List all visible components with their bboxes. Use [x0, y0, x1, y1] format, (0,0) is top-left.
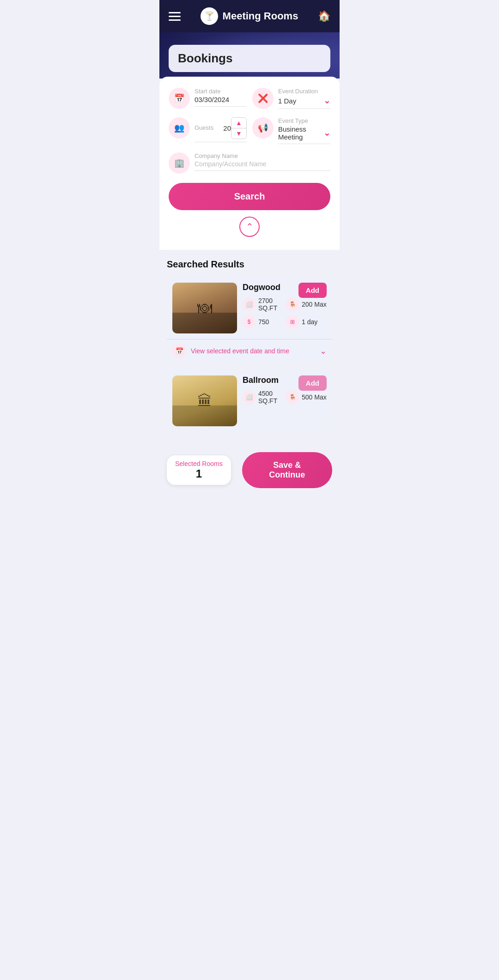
guests-label: Guests [195, 124, 213, 131]
hero-banner: Bookings [159, 32, 340, 79]
start-date-label: Start date [195, 88, 247, 95]
room-sqft-0: ⬜ 2700 SQ.FT [243, 297, 283, 312]
room-specs-1: ⬜ 4500 SQ.FT 🪑 500 Max [243, 390, 327, 405]
booking-form: 📅 Start date 03/30/2024 ❌ Event Duration… [159, 77, 340, 250]
room-image-0 [172, 283, 237, 333]
guests-content: Guests 20 ▲ ▼ [195, 117, 247, 142]
app-logo: 🍸 [201, 7, 218, 25]
event-type-row: Business Meeting ⌄ [278, 125, 330, 141]
add-room-1[interactable]: Add [298, 375, 327, 391]
guests-increment[interactable]: ▲ [231, 118, 246, 128]
start-date-value: 03/30/2024 [195, 96, 247, 103]
date-cal-icon-0: 📅 [172, 344, 186, 358]
event-type-content: Event Type Business Meeting ⌄ [278, 117, 330, 144]
guests-field[interactable]: 👥 Guests 20 ▲ ▼ [169, 117, 247, 144]
selected-rooms-label: Selected Rooms [175, 460, 223, 467]
home-button[interactable]: 🏠 [318, 10, 330, 22]
start-date-field[interactable]: 📅 Start date 03/30/2024 [169, 88, 247, 109]
date-chevron-0[interactable]: ⌄ [320, 346, 327, 356]
home-icon: 🏠 [318, 10, 330, 22]
room-card-1: Ballroom ⬜ 4500 SQ.FT 🪑 500 Max Add [167, 370, 332, 430]
guests-decrement[interactable]: ▼ [231, 128, 246, 139]
selected-rooms-box: Selected Rooms 1 [167, 455, 231, 485]
results-section: Searched Results Dogwood ⬜ 2700 SQ.FT 🪑 … [159, 250, 340, 447]
sqft-icon-1: ⬜ [243, 391, 256, 404]
bookings-title: Bookings [178, 51, 232, 65]
event-duration-value: 1 Day [278, 97, 296, 105]
duration-icon: ❌ [252, 88, 274, 109]
chair-icon-1: 🪑 [286, 391, 299, 404]
room-max-0: 🪑 200 Max [286, 297, 327, 312]
sqft-icon-0: ⬜ [243, 298, 256, 311]
save-continue-button[interactable]: Save & Continue [242, 452, 332, 488]
room-price-0: $ 750 [243, 315, 283, 328]
room-duration-0: ⊞ 1 day [286, 315, 327, 328]
app-title: Meeting Rooms [223, 10, 298, 22]
bookings-card: Bookings [169, 45, 330, 72]
max-value-0: 200 Max [302, 301, 327, 308]
event-duration-field[interactable]: ❌ Event Duration 1 Day ⌄ [252, 88, 330, 109]
company-icon: 🏢 [169, 152, 190, 174]
company-content: Company Name Company/Account Name [195, 152, 330, 171]
guests-value: 20 [223, 124, 231, 132]
company-name-placeholder: Company/Account Name [195, 160, 330, 168]
price-icon-0: $ [243, 315, 256, 328]
selected-rooms-count: 1 [175, 467, 223, 480]
event-type-field[interactable]: 📢 Event Type Business Meeting ⌄ [252, 117, 330, 144]
room-specs-0: ⬜ 2700 SQ.FT 🪑 200 Max $ 750 ⊞ 1 day [243, 297, 327, 328]
event-type-icon: 📢 [252, 117, 274, 139]
grid-icon-0: ⊞ [286, 315, 299, 328]
collapse-section: ⌃ [169, 217, 330, 237]
price-value-0: 750 [258, 318, 269, 326]
event-duration-row: 1 Day ⌄ [278, 96, 330, 106]
company-name-label: Company Name [195, 152, 330, 159]
duration-value-0: 1 day [302, 318, 317, 326]
sqft-value-0: 2700 SQ.FT [258, 297, 283, 312]
room-max-1: 🪑 500 Max [286, 390, 327, 405]
event-type-chevron[interactable]: ⌄ [323, 128, 330, 138]
room-date-row-0[interactable]: 📅 View selected event date and time ⌄ [167, 339, 332, 363]
event-duration-chevron[interactable]: ⌄ [323, 96, 330, 106]
logo-icon: 🍸 [204, 11, 214, 21]
start-date-content: Start date 03/30/2024 [195, 88, 247, 107]
room-card-top-1: Ballroom ⬜ 4500 SQ.FT 🪑 500 Max Add [167, 370, 332, 430]
date-row-text-0: View selected event date and time [191, 347, 315, 355]
bottom-bar: Selected Rooms 1 Save & Continue [159, 447, 340, 497]
hamburger-menu[interactable] [169, 12, 181, 21]
room-sqft-1: ⬜ 4500 SQ.FT [243, 390, 283, 405]
max-value-1: 500 Max [302, 393, 327, 401]
room-image-1 [172, 375, 237, 426]
event-duration-label: Event Duration [278, 88, 330, 95]
header-title-group: 🍸 Meeting Rooms [201, 7, 298, 25]
chair-icon-0: 🪑 [286, 298, 299, 311]
search-button[interactable]: Search [169, 183, 330, 210]
chevron-up-icon: ⌃ [246, 221, 254, 232]
room-card-top-0: Dogwood ⬜ 2700 SQ.FT 🪑 200 Max $ 750 [167, 277, 332, 339]
collapse-button[interactable]: ⌃ [239, 217, 260, 237]
results-title: Searched Results [167, 259, 332, 270]
app-header: 🍸 Meeting Rooms 🏠 [159, 0, 340, 32]
room-card-0: Dogwood ⬜ 2700 SQ.FT 🪑 200 Max $ 750 [167, 277, 332, 363]
sqft-value-1: 4500 SQ.FT [258, 390, 283, 405]
event-type-label: Event Type [278, 117, 330, 124]
guests-icon: 👥 [169, 117, 190, 139]
calendar-icon: 📅 [169, 88, 190, 109]
event-duration-content: Event Duration 1 Day ⌄ [278, 88, 330, 109]
guests-stepper[interactable]: ▲ ▼ [231, 117, 247, 139]
event-type-value: Business Meeting [278, 125, 323, 141]
company-name-field[interactable]: 🏢 Company Name Company/Account Name [169, 152, 330, 174]
add-room-0[interactable]: Add [298, 283, 327, 298]
